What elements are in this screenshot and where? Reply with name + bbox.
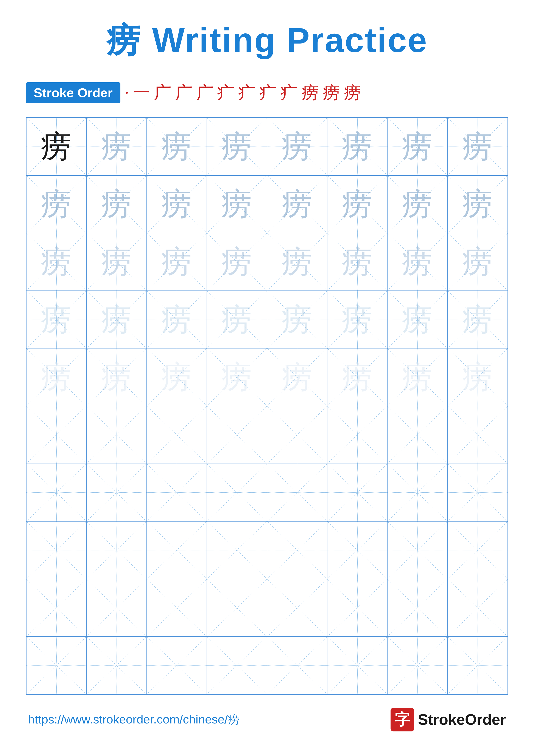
- grid-cell[interactable]: 痨: [87, 118, 146, 176]
- grid-cell[interactable]: 痨: [26, 348, 87, 406]
- title-english: Writing Practice: [142, 21, 428, 59]
- writing-grid[interactable]: 痨 痨 痨 痨 痨 痨 痨 痨 痨 痨: [26, 117, 508, 695]
- grid-cell[interactable]: [87, 521, 146, 579]
- grid-cell[interactable]: [267, 406, 327, 464]
- grid-cell[interactable]: [447, 636, 508, 694]
- grid-cell[interactable]: 痨: [207, 233, 267, 291]
- grid-cell[interactable]: [87, 406, 146, 464]
- grid-cell[interactable]: 痨: [267, 176, 327, 233]
- svg-line-110: [448, 464, 507, 521]
- grid-cell[interactable]: [267, 636, 327, 694]
- grid-cell[interactable]: [26, 579, 87, 637]
- grid-character: 痨: [101, 356, 132, 398]
- grid-cell[interactable]: 痨: [207, 118, 267, 176]
- grid-cell[interactable]: 痨: [447, 291, 508, 348]
- grid-cell[interactable]: [147, 464, 207, 522]
- grid-cell[interactable]: 痨: [207, 176, 267, 233]
- stroke-8: 疒: [260, 81, 277, 104]
- svg-line-84: [147, 406, 207, 464]
- grid-cell[interactable]: [387, 521, 447, 579]
- grid-cell[interactable]: 痨: [267, 348, 327, 406]
- svg-line-93: [388, 406, 447, 464]
- grid-cell[interactable]: 痨: [387, 176, 447, 233]
- grid-cell[interactable]: 痨: [387, 348, 447, 406]
- grid-cell[interactable]: 痨: [327, 348, 387, 406]
- grid-cell[interactable]: [387, 579, 447, 637]
- grid-cell[interactable]: [207, 579, 267, 637]
- grid-cell[interactable]: 痨: [447, 176, 508, 233]
- grid-cell[interactable]: 痨: [147, 233, 207, 291]
- grid-character: 痨: [41, 356, 72, 398]
- svg-line-116: [147, 522, 207, 579]
- footer-url[interactable]: https://www.strokeorder.com/chinese/痨: [28, 712, 240, 728]
- grid-cell[interactable]: 痨: [327, 118, 387, 176]
- grid-cell[interactable]: 痨: [147, 291, 207, 348]
- grid-cell[interactable]: [387, 406, 447, 464]
- grid-cell[interactable]: 痨: [387, 118, 447, 176]
- stroke-1: ·: [125, 83, 129, 103]
- svg-line-106: [327, 464, 387, 521]
- grid-cell[interactable]: [387, 464, 447, 522]
- grid-cell[interactable]: [327, 636, 387, 694]
- grid-cell[interactable]: 痨: [87, 233, 146, 291]
- grid-cell[interactable]: [26, 521, 87, 579]
- svg-line-115: [87, 522, 146, 579]
- grid-cell[interactable]: [147, 521, 207, 579]
- svg-line-96: [27, 464, 86, 521]
- grid-cell[interactable]: 痨: [87, 176, 146, 233]
- grid-cell[interactable]: [147, 579, 207, 637]
- grid-cell[interactable]: [147, 636, 207, 694]
- grid-cell[interactable]: 痨: [26, 176, 87, 233]
- grid-cell[interactable]: [207, 636, 267, 694]
- grid-cell[interactable]: 痨: [327, 233, 387, 291]
- grid-cell[interactable]: [147, 406, 207, 464]
- grid-cell[interactable]: [447, 464, 508, 522]
- grid-cell[interactable]: [87, 636, 146, 694]
- svg-line-159: [448, 637, 507, 694]
- grid-cell[interactable]: [447, 579, 508, 637]
- grid-cell[interactable]: 痨: [267, 118, 327, 176]
- grid-cell[interactable]: 痨: [327, 291, 387, 348]
- grid-cell[interactable]: 痨: [387, 233, 447, 291]
- grid-cell[interactable]: 痨: [387, 291, 447, 348]
- grid-cell[interactable]: [207, 464, 267, 522]
- stroke-4: 广: [175, 81, 192, 104]
- grid-cell[interactable]: 痨: [207, 348, 267, 406]
- grid-cell[interactable]: [447, 406, 508, 464]
- grid-cell[interactable]: [87, 464, 146, 522]
- grid-cell[interactable]: [327, 521, 387, 579]
- grid-cell[interactable]: [26, 636, 87, 694]
- grid-cell[interactable]: 痨: [207, 291, 267, 348]
- grid-cell[interactable]: [327, 579, 387, 637]
- grid-cell[interactable]: [207, 406, 267, 464]
- grid-cell[interactable]: 痨: [327, 176, 387, 233]
- stroke-12: 痨: [344, 81, 361, 104]
- grid-cell[interactable]: [447, 521, 508, 579]
- grid-cell[interactable]: 痨: [87, 291, 146, 348]
- grid-cell[interactable]: 痨: [26, 291, 87, 348]
- grid-cell[interactable]: 痨: [26, 233, 87, 291]
- grid-cell[interactable]: [267, 521, 327, 579]
- grid-cell[interactable]: 痨: [87, 348, 146, 406]
- grid-cell[interactable]: [267, 464, 327, 522]
- grid-cell[interactable]: 痨: [267, 291, 327, 348]
- grid-cell[interactable]: 痨: [26, 118, 87, 176]
- grid-cell[interactable]: 痨: [447, 348, 508, 406]
- svg-line-90: [327, 406, 387, 464]
- grid-cell[interactable]: [267, 579, 327, 637]
- grid-cell[interactable]: 痨: [147, 118, 207, 176]
- grid-cell[interactable]: [327, 406, 387, 464]
- grid-cell[interactable]: 痨: [147, 348, 207, 406]
- grid-character: 痨: [101, 298, 132, 341]
- grid-cell[interactable]: 痨: [447, 118, 508, 176]
- grid-cell[interactable]: 痨: [267, 233, 327, 291]
- grid-cell[interactable]: [26, 406, 87, 464]
- grid-cell[interactable]: 痨: [447, 233, 508, 291]
- grid-cell[interactable]: [87, 579, 146, 637]
- grid-cell[interactable]: 痨: [147, 176, 207, 233]
- grid-cell[interactable]: [26, 464, 87, 522]
- grid-cell[interactable]: [327, 464, 387, 522]
- grid-cell[interactable]: [387, 636, 447, 694]
- grid-cell[interactable]: [207, 521, 267, 579]
- grid-character: 痨: [342, 298, 373, 341]
